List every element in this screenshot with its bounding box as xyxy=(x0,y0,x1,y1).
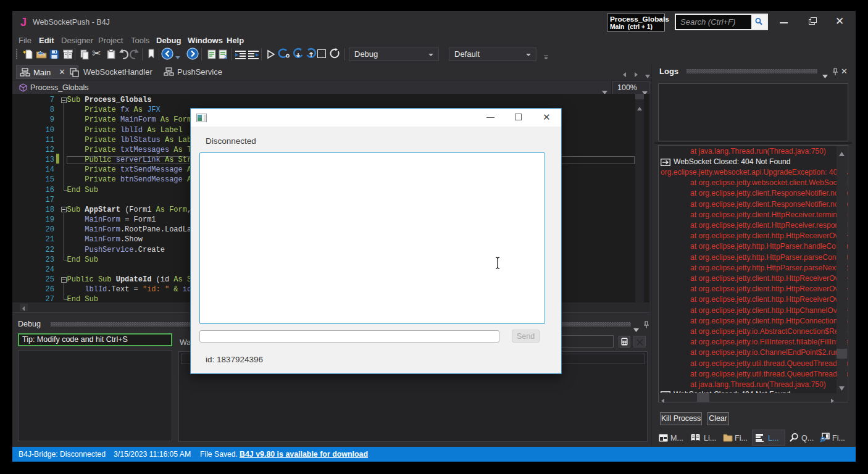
svg-text:2: 2 xyxy=(224,54,227,60)
